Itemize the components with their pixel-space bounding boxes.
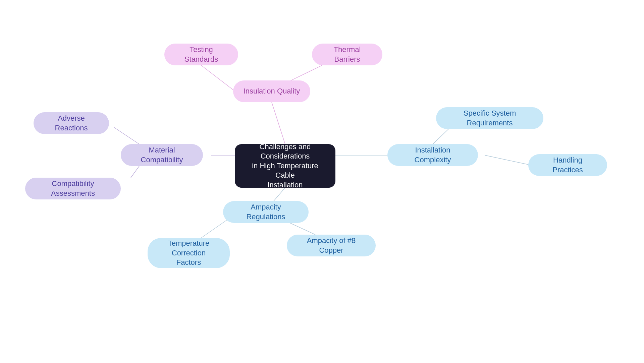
temperature-correction-factors-label: Temperature CorrectionFactors: [157, 239, 220, 267]
ampacity-copper-node[interactable]: Ampacity of #8 Copper: [287, 235, 376, 256]
handling-practices-node[interactable]: Handling Practices: [528, 154, 607, 176]
ampacity-copper-label: Ampacity of #8 Copper: [296, 236, 366, 255]
compatibility-assessments-label: Compatibility Assessments: [35, 179, 111, 198]
compatibility-assessments-node[interactable]: Compatibility Assessments: [25, 178, 121, 199]
insulation-quality-label: Insulation Quality: [244, 86, 300, 96]
ampacity-regulations-node[interactable]: Ampacity Regulations: [223, 201, 309, 223]
specific-system-requirements-node[interactable]: Specific System Requirements: [436, 107, 543, 129]
thermal-barriers-node[interactable]: Thermal Barriers: [312, 44, 382, 65]
installation-complexity-label: Installation Complexity: [397, 145, 469, 165]
ampacity-regulations-label: Ampacity Regulations: [232, 202, 299, 222]
svg-line-8: [485, 155, 530, 165]
handling-practices-label: Handling Practices: [538, 156, 598, 175]
center-node-label: Challenges and Considerationsin High Tem…: [244, 142, 326, 190]
thermal-barriers-label: Thermal Barriers: [321, 45, 373, 64]
specific-system-requirements-label: Specific System Requirements: [445, 109, 534, 128]
temperature-correction-factors-node[interactable]: Temperature CorrectionFactors: [148, 238, 230, 268]
insulation-quality-node[interactable]: Insulation Quality: [233, 80, 310, 102]
material-compatibility-label: Material Compatibility: [130, 145, 194, 165]
svg-line-1: [201, 65, 233, 90]
center-node[interactable]: Challenges and Considerationsin High Tem…: [235, 144, 335, 188]
material-compatibility-node[interactable]: Material Compatibility: [121, 144, 203, 166]
adverse-reactions-node[interactable]: Adverse Reactions: [34, 112, 109, 134]
installation-complexity-node[interactable]: Installation Complexity: [387, 144, 478, 166]
svg-line-0: [272, 102, 285, 144]
testing-standards-node[interactable]: Testing Standards: [164, 44, 238, 65]
testing-standards-label: Testing Standards: [174, 45, 229, 64]
adverse-reactions-label: Adverse Reactions: [43, 114, 100, 133]
